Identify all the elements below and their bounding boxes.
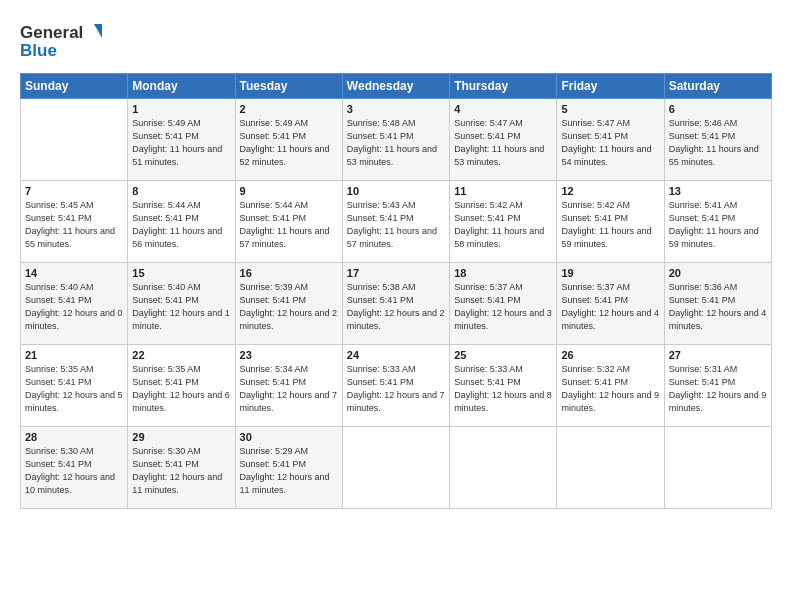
calendar-cell: 14Sunrise: 5:40 AMSunset: 5:41 PMDayligh… bbox=[21, 263, 128, 345]
calendar-cell: 15Sunrise: 5:40 AMSunset: 5:41 PMDayligh… bbox=[128, 263, 235, 345]
day-info: Sunrise: 5:49 AMSunset: 5:41 PMDaylight:… bbox=[132, 117, 230, 169]
day-number: 4 bbox=[454, 103, 552, 115]
day-number: 6 bbox=[669, 103, 767, 115]
day-info: Sunrise: 5:39 AMSunset: 5:41 PMDaylight:… bbox=[240, 281, 338, 333]
week-row-1: 7Sunrise: 5:45 AMSunset: 5:41 PMDaylight… bbox=[21, 181, 772, 263]
day-number: 12 bbox=[561, 185, 659, 197]
calendar-cell bbox=[557, 427, 664, 509]
day-number: 3 bbox=[347, 103, 445, 115]
week-row-4: 28Sunrise: 5:30 AMSunset: 5:41 PMDayligh… bbox=[21, 427, 772, 509]
day-info: Sunrise: 5:47 AMSunset: 5:41 PMDaylight:… bbox=[561, 117, 659, 169]
calendar-cell: 22Sunrise: 5:35 AMSunset: 5:41 PMDayligh… bbox=[128, 345, 235, 427]
day-number: 25 bbox=[454, 349, 552, 361]
day-info: Sunrise: 5:43 AMSunset: 5:41 PMDaylight:… bbox=[347, 199, 445, 251]
day-info: Sunrise: 5:30 AMSunset: 5:41 PMDaylight:… bbox=[132, 445, 230, 497]
calendar-cell bbox=[664, 427, 771, 509]
calendar-cell: 21Sunrise: 5:35 AMSunset: 5:41 PMDayligh… bbox=[21, 345, 128, 427]
calendar-cell: 6Sunrise: 5:46 AMSunset: 5:41 PMDaylight… bbox=[664, 99, 771, 181]
day-number: 24 bbox=[347, 349, 445, 361]
day-info: Sunrise: 5:40 AMSunset: 5:41 PMDaylight:… bbox=[25, 281, 123, 333]
calendar-cell: 29Sunrise: 5:30 AMSunset: 5:41 PMDayligh… bbox=[128, 427, 235, 509]
day-info: Sunrise: 5:45 AMSunset: 5:41 PMDaylight:… bbox=[25, 199, 123, 251]
day-number: 18 bbox=[454, 267, 552, 279]
calendar-cell: 20Sunrise: 5:36 AMSunset: 5:41 PMDayligh… bbox=[664, 263, 771, 345]
day-number: 21 bbox=[25, 349, 123, 361]
day-number: 26 bbox=[561, 349, 659, 361]
calendar-cell: 11Sunrise: 5:42 AMSunset: 5:41 PMDayligh… bbox=[450, 181, 557, 263]
day-info: Sunrise: 5:38 AMSunset: 5:41 PMDaylight:… bbox=[347, 281, 445, 333]
day-number: 5 bbox=[561, 103, 659, 115]
calendar-cell: 24Sunrise: 5:33 AMSunset: 5:41 PMDayligh… bbox=[342, 345, 449, 427]
day-info: Sunrise: 5:48 AMSunset: 5:41 PMDaylight:… bbox=[347, 117, 445, 169]
day-info: Sunrise: 5:42 AMSunset: 5:41 PMDaylight:… bbox=[454, 199, 552, 251]
week-row-3: 21Sunrise: 5:35 AMSunset: 5:41 PMDayligh… bbox=[21, 345, 772, 427]
calendar-cell: 10Sunrise: 5:43 AMSunset: 5:41 PMDayligh… bbox=[342, 181, 449, 263]
calendar-cell: 7Sunrise: 5:45 AMSunset: 5:41 PMDaylight… bbox=[21, 181, 128, 263]
day-info: Sunrise: 5:49 AMSunset: 5:41 PMDaylight:… bbox=[240, 117, 338, 169]
header-day-monday: Monday bbox=[128, 74, 235, 99]
day-info: Sunrise: 5:31 AMSunset: 5:41 PMDaylight:… bbox=[669, 363, 767, 415]
calendar-table: SundayMondayTuesdayWednesdayThursdayFrid… bbox=[20, 73, 772, 509]
day-number: 19 bbox=[561, 267, 659, 279]
day-number: 28 bbox=[25, 431, 123, 443]
header-day-saturday: Saturday bbox=[664, 74, 771, 99]
day-number: 11 bbox=[454, 185, 552, 197]
logo: General Blue bbox=[20, 18, 110, 63]
calendar-cell: 8Sunrise: 5:44 AMSunset: 5:41 PMDaylight… bbox=[128, 181, 235, 263]
header-day-friday: Friday bbox=[557, 74, 664, 99]
calendar-cell: 16Sunrise: 5:39 AMSunset: 5:41 PMDayligh… bbox=[235, 263, 342, 345]
day-number: 22 bbox=[132, 349, 230, 361]
header-day-tuesday: Tuesday bbox=[235, 74, 342, 99]
day-info: Sunrise: 5:46 AMSunset: 5:41 PMDaylight:… bbox=[669, 117, 767, 169]
day-info: Sunrise: 5:37 AMSunset: 5:41 PMDaylight:… bbox=[454, 281, 552, 333]
day-number: 29 bbox=[132, 431, 230, 443]
header-day-thursday: Thursday bbox=[450, 74, 557, 99]
day-number: 1 bbox=[132, 103, 230, 115]
day-info: Sunrise: 5:33 AMSunset: 5:41 PMDaylight:… bbox=[454, 363, 552, 415]
day-number: 17 bbox=[347, 267, 445, 279]
calendar-cell: 26Sunrise: 5:32 AMSunset: 5:41 PMDayligh… bbox=[557, 345, 664, 427]
day-number: 8 bbox=[132, 185, 230, 197]
calendar-cell: 30Sunrise: 5:29 AMSunset: 5:41 PMDayligh… bbox=[235, 427, 342, 509]
calendar-cell: 2Sunrise: 5:49 AMSunset: 5:41 PMDaylight… bbox=[235, 99, 342, 181]
week-row-2: 14Sunrise: 5:40 AMSunset: 5:41 PMDayligh… bbox=[21, 263, 772, 345]
page: General Blue SundayMondayTuesdayWednesda… bbox=[0, 0, 792, 612]
day-info: Sunrise: 5:35 AMSunset: 5:41 PMDaylight:… bbox=[132, 363, 230, 415]
calendar-cell: 9Sunrise: 5:44 AMSunset: 5:41 PMDaylight… bbox=[235, 181, 342, 263]
day-number: 13 bbox=[669, 185, 767, 197]
header-day-sunday: Sunday bbox=[21, 74, 128, 99]
day-number: 20 bbox=[669, 267, 767, 279]
calendar-cell bbox=[342, 427, 449, 509]
day-info: Sunrise: 5:42 AMSunset: 5:41 PMDaylight:… bbox=[561, 199, 659, 251]
calendar-cell: 5Sunrise: 5:47 AMSunset: 5:41 PMDaylight… bbox=[557, 99, 664, 181]
calendar-cell bbox=[21, 99, 128, 181]
calendar-cell: 23Sunrise: 5:34 AMSunset: 5:41 PMDayligh… bbox=[235, 345, 342, 427]
header: General Blue bbox=[20, 18, 772, 63]
day-info: Sunrise: 5:41 AMSunset: 5:41 PMDaylight:… bbox=[669, 199, 767, 251]
day-info: Sunrise: 5:33 AMSunset: 5:41 PMDaylight:… bbox=[347, 363, 445, 415]
day-info: Sunrise: 5:29 AMSunset: 5:41 PMDaylight:… bbox=[240, 445, 338, 497]
svg-text:Blue: Blue bbox=[20, 41, 57, 60]
day-number: 10 bbox=[347, 185, 445, 197]
header-day-wednesday: Wednesday bbox=[342, 74, 449, 99]
day-number: 16 bbox=[240, 267, 338, 279]
calendar-cell: 25Sunrise: 5:33 AMSunset: 5:41 PMDayligh… bbox=[450, 345, 557, 427]
calendar-cell: 18Sunrise: 5:37 AMSunset: 5:41 PMDayligh… bbox=[450, 263, 557, 345]
day-number: 27 bbox=[669, 349, 767, 361]
svg-text:General: General bbox=[20, 23, 83, 42]
svg-marker-1 bbox=[94, 24, 102, 38]
calendar-header-row: SundayMondayTuesdayWednesdayThursdayFrid… bbox=[21, 74, 772, 99]
day-info: Sunrise: 5:32 AMSunset: 5:41 PMDaylight:… bbox=[561, 363, 659, 415]
day-info: Sunrise: 5:37 AMSunset: 5:41 PMDaylight:… bbox=[561, 281, 659, 333]
day-info: Sunrise: 5:30 AMSunset: 5:41 PMDaylight:… bbox=[25, 445, 123, 497]
day-number: 15 bbox=[132, 267, 230, 279]
calendar-cell: 28Sunrise: 5:30 AMSunset: 5:41 PMDayligh… bbox=[21, 427, 128, 509]
calendar-cell: 12Sunrise: 5:42 AMSunset: 5:41 PMDayligh… bbox=[557, 181, 664, 263]
calendar-cell bbox=[450, 427, 557, 509]
calendar-cell: 17Sunrise: 5:38 AMSunset: 5:41 PMDayligh… bbox=[342, 263, 449, 345]
calendar-cell: 13Sunrise: 5:41 AMSunset: 5:41 PMDayligh… bbox=[664, 181, 771, 263]
day-number: 14 bbox=[25, 267, 123, 279]
day-number: 30 bbox=[240, 431, 338, 443]
calendar-cell: 27Sunrise: 5:31 AMSunset: 5:41 PMDayligh… bbox=[664, 345, 771, 427]
logo-svg: General Blue bbox=[20, 18, 110, 63]
